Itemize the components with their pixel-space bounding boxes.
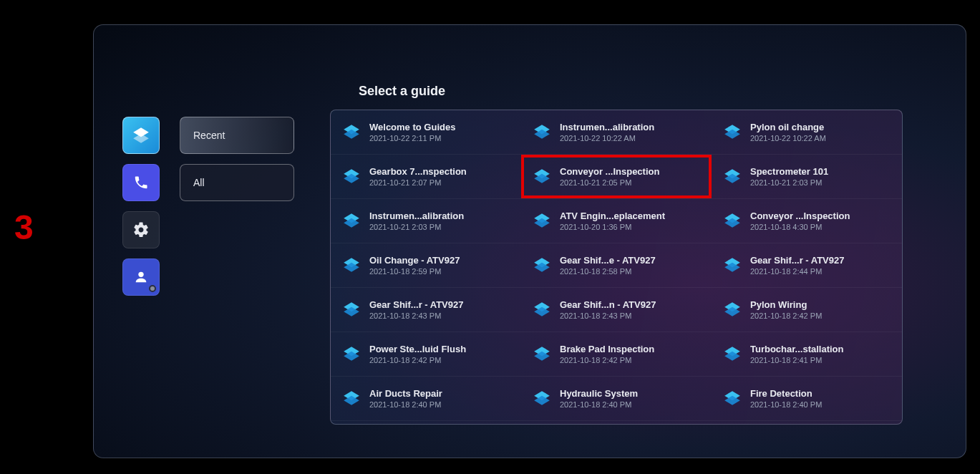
- guide-title: Turbochar...stallation: [750, 344, 844, 354]
- guide-item[interactable]: Hydraulic System2021-10-18 2:40 PM: [521, 377, 712, 420]
- guide-date: 2021-10-18 2:40 PM: [369, 400, 442, 409]
- svg-marker-22: [344, 262, 359, 271]
- guide-date: 2021-10-18 2:43 PM: [560, 311, 656, 320]
- guide-date: 2021-10-21 2:05 PM: [560, 178, 659, 187]
- guide-date: 2021-10-22 10:22 AM: [750, 134, 826, 142]
- guide-text: Instrumen...alibration2021-10-21 2:03 PM: [369, 211, 464, 231]
- svg-marker-34: [344, 351, 359, 360]
- guide-icon: [342, 301, 361, 319]
- guide-icon: [342, 345, 361, 364]
- guide-item[interactable]: Power Ste...luid Flush2021-10-18 2:42 PM: [331, 332, 521, 376]
- guide-date: 2021-10-18 2:44 PM: [750, 267, 845, 276]
- guide-item[interactable]: ATV Engin...eplacement2021-10-20 1:36 PM: [521, 199, 712, 243]
- guide-date: 2021-10-18 2:58 PM: [560, 267, 656, 276]
- guide-item[interactable]: Pylon oil change2021-10-22 10:22 AM: [712, 110, 902, 154]
- guide-date: 2021-10-21 2:03 PM: [750, 178, 828, 187]
- guide-item[interactable]: Conveyor ...Inspection2021-10-21 2:05 PM: [521, 155, 712, 198]
- guide-row: Power Ste...luid Flush2021-10-18 2:42 PM…: [331, 332, 902, 377]
- gear-icon: [132, 221, 150, 238]
- guide-title: Instrumen...alibration: [560, 122, 654, 132]
- guide-text: Pylon Wiring2021-10-18 2:42 PM: [750, 299, 822, 320]
- guide-text: Gear Shif...e - ATV9272021-10-18 2:58 PM: [560, 255, 656, 276]
- guide-text: Conveyor ...Inspection2021-10-21 2:05 PM: [560, 166, 659, 187]
- guide-text: Conveyor ...Inspection2021-10-18 4:30 PM: [750, 211, 850, 231]
- guide-date: 2021-10-22 2:11 PM: [369, 134, 455, 142]
- guide-icon: [533, 123, 551, 142]
- guide-item[interactable]: Conveyor ...Inspection2021-10-18 4:30 PM: [712, 199, 902, 243]
- guide-item[interactable]: Instrumen...alibration2021-10-22 10:22 A…: [521, 110, 712, 154]
- svg-marker-1: [133, 134, 149, 143]
- guide-text: Spectrometer 1012021-10-21 2:03 PM: [750, 166, 828, 187]
- sidebar-call-button[interactable]: [122, 164, 160, 201]
- svg-marker-4: [344, 129, 359, 138]
- guide-date: 2021-10-20 1:36 PM: [560, 223, 665, 231]
- svg-marker-28: [344, 306, 359, 316]
- guide-item[interactable]: Gear Shif...r - ATV9272021-10-18 2:44 PM: [712, 243, 902, 287]
- filter-group: Recent All: [180, 117, 294, 201]
- phone-icon: [133, 175, 149, 190]
- guide-item[interactable]: Spectrometer 1012021-10-21 2:03 PM: [712, 155, 902, 198]
- guide-date: 2021-10-18 2:40 PM: [560, 400, 638, 409]
- guide-item[interactable]: Gear Shif...r - ATV9272021-10-18 2:43 PM: [331, 288, 521, 332]
- guide-title: Instrumen...alibration: [369, 211, 464, 221]
- guide-title: Gear Shif...r - ATV927: [369, 299, 464, 310]
- guide-row: Gearbox 7...nspection2021-10-21 2:07 PMC…: [331, 155, 902, 199]
- sidebar: [122, 117, 162, 296]
- guide-icon: [533, 345, 551, 364]
- guide-row: Air Ducts Repair2021-10-18 2:40 PMHydrau…: [331, 377, 902, 421]
- guide-item[interactable]: Air Ducts Repair2021-10-18 2:40 PM: [331, 377, 521, 420]
- svg-marker-10: [344, 173, 359, 183]
- filter-recent-button[interactable]: Recent: [180, 117, 294, 154]
- guide-item[interactable]: Gear Shif...e - ATV9272021-10-18 2:58 PM: [521, 243, 712, 287]
- sidebar-profile-button[interactable]: [122, 258, 160, 296]
- guide-title: Fire Detection: [750, 388, 822, 399]
- guide-icon: [723, 390, 742, 408]
- guide-title: Welcome to Guides: [369, 122, 455, 132]
- guide-date: 2021-10-18 2:41 PM: [750, 356, 844, 364]
- guide-icon: [723, 256, 742, 275]
- guide-title: Gear Shif...e - ATV927: [560, 255, 656, 266]
- guide-list-panel: Welcome to Guides2021-10-22 2:11 PMInstr…: [330, 110, 903, 425]
- guide-title: Oil Change - ATV927: [369, 255, 460, 266]
- guide-icon: [723, 168, 742, 186]
- guide-icon: [342, 168, 361, 186]
- guide-date: 2021-10-22 10:22 AM: [560, 134, 654, 142]
- guide-item[interactable]: Oil Change - ATV9272021-10-18 2:59 PM: [331, 243, 521, 287]
- guide-item[interactable]: Fire Detection2021-10-18 2:40 PM: [712, 377, 902, 420]
- sidebar-settings-button[interactable]: [122, 211, 160, 248]
- guide-text: Gear Shif...r - ATV9272021-10-18 2:44 PM: [750, 255, 845, 276]
- guide-row: Welcome to Guides2021-10-22 2:11 PMInstr…: [331, 110, 902, 155]
- filter-all-button[interactable]: All: [180, 164, 294, 201]
- svg-marker-44: [724, 395, 740, 405]
- guide-title: Spectrometer 101: [750, 166, 828, 177]
- guide-item[interactable]: Pylon Wiring2021-10-18 2:42 PM: [712, 288, 902, 332]
- sidebar-guides-button[interactable]: [122, 117, 160, 154]
- guide-item[interactable]: Gear Shif...n - ATV9272021-10-18 2:43 PM: [521, 288, 712, 332]
- guide-item[interactable]: Instrumen...alibration2021-10-21 2:03 PM: [331, 199, 521, 243]
- guide-item[interactable]: Brake Pad Inspection2021-10-18 2:42 PM: [521, 332, 712, 376]
- guide-item[interactable]: Gearbox 7...nspection2021-10-21 2:07 PM: [331, 155, 521, 198]
- person-icon: [133, 269, 149, 285]
- status-dot-icon: [149, 285, 156, 292]
- guide-title: Pylon Wiring: [750, 299, 822, 310]
- guide-row: Instrumen...alibration2021-10-21 2:03 PM…: [331, 199, 902, 243]
- guide-row: Gear Shif...r - ATV9272021-10-18 2:43 PM…: [331, 288, 902, 332]
- guide-text: ATV Engin...eplacement2021-10-20 1:36 PM: [560, 211, 665, 231]
- guide-date: 2021-10-18 4:30 PM: [750, 223, 850, 231]
- guide-text: Oil Change - ATV9272021-10-18 2:59 PM: [369, 255, 460, 276]
- guide-icon: [533, 168, 551, 186]
- guide-icon: [723, 212, 742, 231]
- guide-date: 2021-10-18 2:59 PM: [369, 267, 460, 276]
- guide-text: Brake Pad Inspection2021-10-18 2:42 PM: [560, 344, 654, 364]
- guide-date: 2021-10-21 2:03 PM: [369, 223, 464, 231]
- guide-title: Hydraulic System: [560, 388, 638, 399]
- svg-point-2: [138, 272, 143, 277]
- guide-title: Gearbox 7...nspection: [369, 166, 467, 177]
- guide-title: Gear Shif...r - ATV927: [750, 255, 845, 266]
- guide-text: Pylon oil change2021-10-22 10:22 AM: [750, 122, 826, 142]
- guide-icon: [533, 301, 551, 319]
- guide-icon: [342, 212, 361, 231]
- guide-item[interactable]: Welcome to Guides2021-10-22 2:11 PM: [331, 110, 521, 154]
- guide-title: Power Ste...luid Flush: [369, 344, 466, 354]
- guide-item[interactable]: Turbochar...stallation2021-10-18 2:41 PM: [712, 332, 902, 376]
